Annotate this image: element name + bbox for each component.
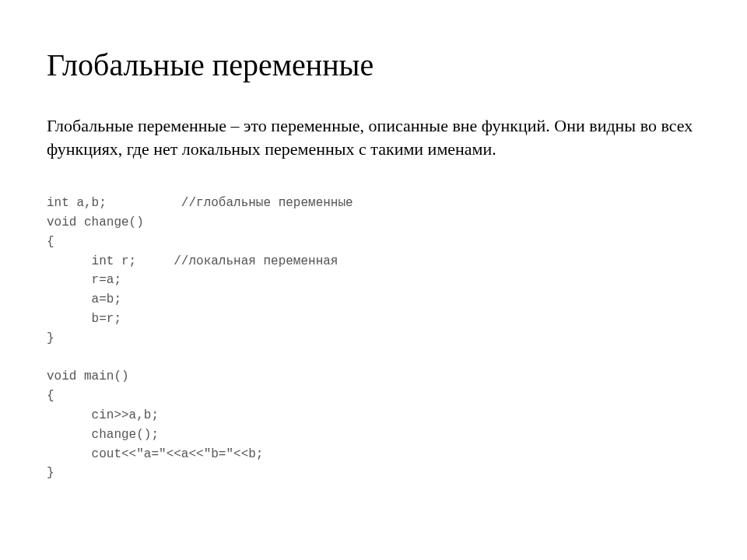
slide-description: Глобальные переменные – это переменные, …: [47, 114, 700, 160]
code-line: int r; //локальная переменная: [47, 254, 338, 268]
slide-title: Глобальные переменные: [47, 47, 700, 83]
code-line: {: [47, 235, 54, 249]
code-example: int a,b; //глобальные переменные void ch…: [47, 174, 700, 483]
code-line: a=b;: [47, 292, 121, 306]
code-line: void main(): [47, 369, 129, 383]
code-line: r=a;: [47, 273, 121, 287]
code-line: {: [47, 389, 54, 403]
code-line: cout<<"a="<<a<<"b="<<b;: [47, 447, 263, 461]
code-line: }: [47, 466, 54, 480]
code-line: int a,b; //глобальные переменные: [47, 196, 353, 210]
code-line: b=r;: [47, 312, 121, 326]
code-line: cin>>a,b;: [47, 408, 159, 422]
code-line: void change(): [47, 215, 144, 229]
code-line: change();: [47, 428, 159, 442]
code-line: }: [47, 331, 54, 345]
